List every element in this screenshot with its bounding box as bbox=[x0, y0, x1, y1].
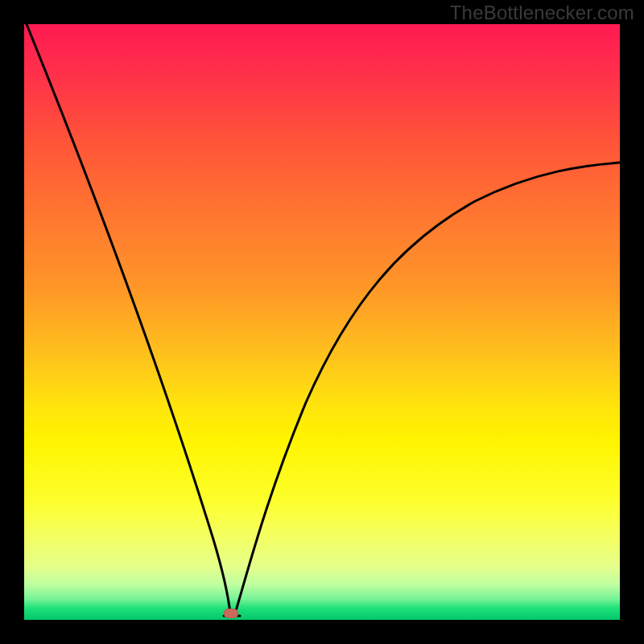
bottleneck-curve bbox=[24, 24, 620, 620]
optimum-marker bbox=[224, 609, 238, 618]
plot-area bbox=[24, 24, 620, 620]
chart-frame: TheBottlenecker.com bbox=[0, 0, 644, 644]
watermark-text: TheBottlenecker.com bbox=[450, 2, 634, 24]
